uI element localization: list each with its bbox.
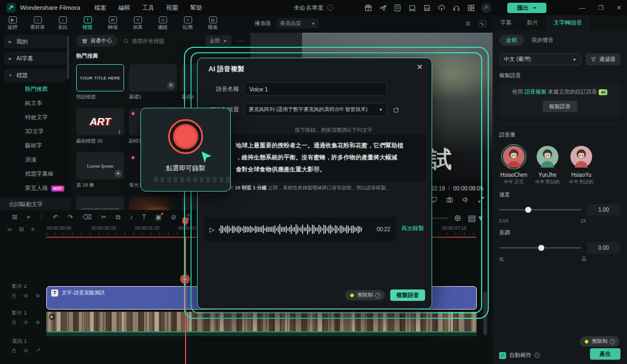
lock-icon[interactable]	[11, 291, 17, 301]
undo-icon[interactable]: ↶	[53, 213, 58, 221]
voice-name-input[interactable]	[244, 82, 387, 96]
wand-icon[interactable]	[35, 346, 41, 356]
ribbon-item-轉場[interactable]: ⇄轉場	[100, 16, 125, 31]
voice-HsiaoChen[interactable]: HsiaoChen中年 正式	[497, 144, 531, 186]
timeline-clip-video[interactable]: ▶	[46, 312, 477, 331]
audio-icon[interactable]: ♪	[130, 213, 133, 221]
unlimited-badge[interactable]: 無限制?	[580, 336, 620, 347]
tab-文字轉語音[interactable]: 文字轉語音	[546, 15, 590, 30]
sidebar-item-浪漫[interactable]: 浪漫	[0, 153, 71, 167]
close-button[interactable]: ✕	[617, 4, 622, 11]
menu-幫助[interactable]: 幫助	[190, 4, 202, 12]
dialog-clone-voice-button[interactable]: 複製語音	[390, 289, 425, 301]
ribbon-item-濾鏡[interactable]: ◎濾鏡	[150, 16, 175, 31]
generate-button[interactable]: 產生	[590, 348, 620, 360]
lock-icon[interactable]	[11, 346, 17, 356]
template-tile[interactable]: ART⭳藝術標題 26	[76, 108, 124, 145]
save-icon[interactable]	[423, 4, 431, 12]
unlimited-badge[interactable]: 無限制?	[345, 290, 385, 300]
speaker-icon[interactable]	[23, 346, 29, 356]
minimize-button[interactable]: —	[579, 4, 585, 11]
sidebar-item-熱門推薦[interactable]: 熱門推薦	[0, 82, 71, 96]
speaker-icon[interactable]	[23, 318, 29, 328]
category-filter-dropdown[interactable]: 全部▼	[205, 35, 231, 46]
template-tile[interactable]: Lorem Ipsum+第 29 條	[76, 152, 124, 189]
speaker-icon[interactable]	[23, 291, 29, 301]
grid-icon[interactable]: ⊞	[12, 213, 17, 221]
text-icon[interactable]: T	[142, 213, 146, 221]
voice-YunJhe[interactable]: YunJhe中年 對話的	[531, 144, 564, 186]
group-icon[interactable]: ⊟	[19, 226, 24, 233]
ribbon-item-貼圖[interactable]: ☺貼圖	[175, 16, 200, 31]
auto-match-checkbox[interactable]: ✓	[499, 352, 506, 359]
maximize-button[interactable]: ❐	[598, 4, 604, 11]
sidebar-item-標題字幕條[interactable]: 標題字幕條	[0, 167, 71, 181]
playhead[interactable]	[185, 237, 186, 364]
record-icon[interactable]: ▣	[155, 213, 161, 221]
volume-icon[interactable]	[462, 196, 469, 203]
sidebar-item-特效文字[interactable]: 特效文字	[0, 110, 71, 125]
sidebar-group-標題[interactable]: ▼標題	[4, 69, 66, 82]
zoom-in-icon[interactable]: ⊕	[454, 213, 461, 223]
play-recording-button[interactable]: ▷	[210, 226, 214, 233]
workspace-icon[interactable]	[467, 4, 475, 12]
dialog-close-button[interactable]: ✕	[416, 63, 423, 71]
snapshot-camera-icon[interactable]	[446, 196, 453, 203]
tab-字幕[interactable]: 字幕	[493, 15, 519, 30]
speed-slider-thumb[interactable]	[525, 207, 531, 213]
sidebar-group-AI字幕[interactable]: ▶AI字幕	[4, 52, 66, 65]
template-tile[interactable]: YOUR TITLE HERE預設標題	[76, 64, 124, 101]
add-icon[interactable]: +	[114, 170, 122, 177]
eye-icon[interactable]	[35, 291, 41, 301]
search-input[interactable]	[132, 38, 186, 44]
tab-影片[interactable]: 影片	[519, 15, 546, 30]
menu-編輯[interactable]: 編輯	[118, 4, 130, 12]
pitch-value[interactable]: 0.00	[587, 242, 620, 254]
crop-icon[interactable]: ⧉	[115, 213, 120, 221]
device-dropdown[interactable]: 麦克风阵列 (适用于数字麦克风的英特尔® 智音技术)▼	[244, 103, 387, 116]
waveform-panel-icon[interactable]: ∿	[478, 20, 486, 27]
split-icon[interactable]: ✂	[101, 213, 106, 221]
ribbon-item-效果[interactable]: ✳效果	[125, 16, 150, 31]
timeline-vertical-scrollbar[interactable]	[483, 292, 487, 335]
tasks-icon[interactable]	[394, 4, 402, 12]
pitch-slider-thumb[interactable]	[538, 245, 544, 251]
fullscreen-icon[interactable]	[477, 196, 485, 203]
ribbon-item-音訊[interactable]: ♪音訊	[50, 16, 75, 31]
menu-檔案[interactable]: 檔案	[94, 4, 106, 12]
export-button[interactable]: 匯出▼	[507, 3, 546, 13]
sidebar-group-我的[interactable]: ▶我的	[4, 35, 66, 48]
marker-icon[interactable]: ≡	[31, 226, 34, 233]
sidebar-item-純文本[interactable]: 純文本	[0, 96, 71, 110]
language-dropdown[interactable]: 中文 (臺灣)▼	[499, 53, 581, 65]
layout-icon[interactable]: ▦	[465, 20, 470, 27]
menu-工具[interactable]: 工具	[142, 4, 154, 12]
rerecord-link[interactable]: 再次錄製	[401, 225, 424, 232]
add-icon[interactable]: +	[167, 82, 175, 89]
sidebar-item-第五人格[interactable]: 第五人格HOT	[0, 181, 71, 195]
sidebar-item-藝術字[interactable]: 藝術字	[0, 139, 71, 153]
account-avatar[interactable]: P	[482, 3, 491, 13]
voice-HsiaoYu[interactable]: HsiaoYu中年 對話的	[564, 144, 598, 186]
split-scissors-icon[interactable]: ✂	[180, 274, 190, 284]
quality-dropdown[interactable]: 最高品質▼	[276, 18, 319, 28]
ribbon-item-標題[interactable]: T標題	[75, 16, 100, 31]
support-icon[interactable]	[452, 4, 460, 12]
sidebar-scrollbar[interactable]	[67, 36, 69, 79]
select-icon[interactable]: ⌖	[27, 213, 30, 221]
redo-icon[interactable]: ↷	[67, 213, 73, 221]
tab-all-voices[interactable]: 全部	[499, 35, 524, 46]
ribbon-item-模板[interactable]: ▤模板	[200, 16, 225, 31]
asset-center-button[interactable]: 資產中心	[76, 35, 118, 47]
refresh-devices-icon[interactable]	[392, 106, 399, 113]
timeline-clip-audio-strip[interactable]	[46, 331, 477, 336]
wand-icon[interactable]	[47, 291, 53, 301]
sidebar-item-3D文字[interactable]: 3D文字	[0, 125, 71, 139]
search-field[interactable]	[123, 38, 200, 44]
filter-button[interactable]: 過濾器	[586, 53, 620, 65]
lock-icon[interactable]	[11, 318, 17, 328]
eye-icon[interactable]	[35, 318, 41, 328]
gift-icon[interactable]	[364, 4, 372, 12]
speed-slider[interactable]	[499, 209, 581, 211]
ribbon-item-素材庫[interactable]: ⌂素材庫	[25, 16, 50, 31]
